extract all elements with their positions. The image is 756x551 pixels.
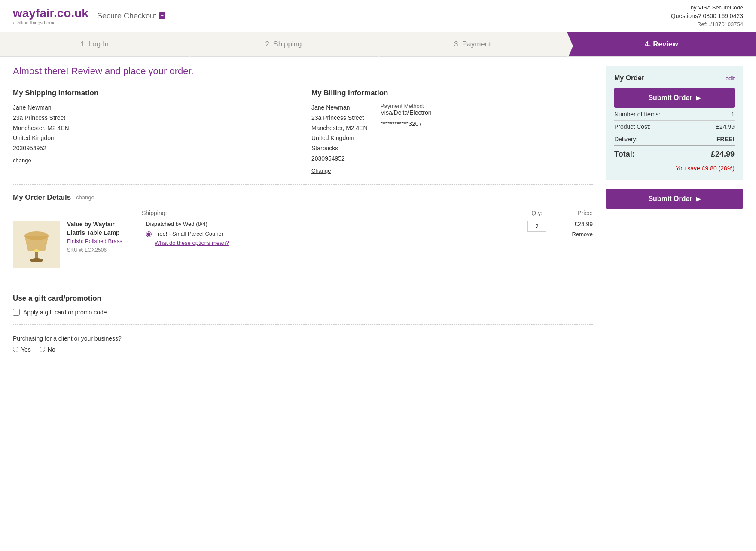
- total-value: £24.99: [711, 150, 735, 159]
- billing-info: My Billing Information Jane Newman 23a P…: [311, 89, 593, 174]
- item-image: [13, 221, 60, 268]
- business-radio-group: Yes No: [13, 346, 593, 353]
- billing-title: My Billing Information: [311, 89, 593, 97]
- billing-change-link[interactable]: Change: [311, 167, 368, 174]
- item-price: £24.99: [574, 221, 593, 228]
- header-right: by VISA SecureCode Questions? 0800 169 0…: [671, 4, 743, 27]
- gift-card-checkbox-row: Apply a gift card or promo code: [13, 309, 593, 316]
- what-options-link[interactable]: What do these options mean?: [155, 240, 515, 246]
- delivery-value: FREE!: [716, 136, 735, 143]
- shipping-change-link[interactable]: change: [13, 157, 294, 164]
- savings-text: You save £9.80 (28%): [614, 165, 735, 172]
- product-cost-label: Product Cost:: [614, 123, 651, 130]
- logo-tagline: a zillion things home: [13, 20, 88, 25]
- step-shipping[interactable]: 2. Shipping: [189, 32, 378, 56]
- order-details-header: My Order Details change: [13, 193, 593, 202]
- secure-icon: +: [159, 12, 165, 19]
- divider-1: [13, 184, 593, 185]
- billing-company: Starbucks: [311, 143, 368, 154]
- total-label: Total:: [614, 150, 635, 159]
- checkout-steps: 1. Log In 2. Shipping 3. Payment 4. Revi…: [0, 32, 756, 57]
- payment-info: Payment Method: Visa/Delta/Electron ****…: [381, 103, 432, 174]
- billing-address: Jane Newman 23a Princess Street Manchest…: [311, 103, 368, 174]
- remove-link[interactable]: Remove: [558, 231, 593, 237]
- shipping-option-label: Free! - Small Parcel Courier: [154, 231, 223, 237]
- step-review[interactable]: 4. Review: [567, 32, 756, 56]
- item-left: Value by Wayfair Liatris Table Lamp Fini…: [13, 221, 142, 268]
- shipping-radio[interactable]: [146, 231, 152, 237]
- gift-card-label: Apply a gift card or promo code: [23, 309, 107, 316]
- gift-card-checkbox[interactable]: [13, 309, 20, 316]
- product-cost-line: Product Cost: £24.99: [614, 120, 735, 133]
- logo-text: wayfair.co.uk: [13, 6, 88, 20]
- product-cost-value: £24.99: [716, 123, 735, 130]
- item-finish: Finish: Polished Brass: [67, 238, 142, 244]
- item-name-line2: Liatris Table Lamp: [67, 229, 142, 236]
- order-ref: Ref: #1870103754: [697, 21, 743, 27]
- order-details-section: My Order Details change Shipping: Qty: P…: [13, 193, 593, 268]
- card-number: ************3207: [381, 120, 432, 127]
- delivery-label: Delivery:: [614, 136, 637, 143]
- business-yes-label[interactable]: Yes: [13, 346, 31, 353]
- billing-address1: 23a Princess Street: [311, 113, 368, 123]
- gift-card-section: Use a gift card/promotion Apply a gift c…: [13, 294, 593, 316]
- submit-order-button-bottom[interactable]: Submit Order ▶: [606, 189, 743, 209]
- dispatch-info: Dispatched by Wed (8/4): [146, 221, 515, 227]
- order-table-header: Shipping: Qty: Price:: [13, 210, 593, 216]
- item-details: Value by Wayfair Liatris Table Lamp Fini…: [67, 221, 142, 253]
- svg-point-1: [34, 249, 39, 253]
- order-details-change-link[interactable]: change: [76, 194, 94, 201]
- item-name-line1: Value by Wayfair: [67, 221, 142, 228]
- info-columns: My Shipping Information Jane Newman 23a …: [13, 89, 593, 174]
- sidebar-box: My Order edit Submit Order ▶ Number of I…: [606, 66, 743, 180]
- billing-phone: 2030954952: [311, 154, 368, 164]
- shipping-country: United Kingdom: [13, 133, 294, 143]
- header-left: wayfair.co.uk a zillion things home Secu…: [13, 6, 165, 25]
- logo: wayfair.co.uk a zillion things home: [13, 6, 88, 25]
- business-yes-radio[interactable]: [13, 347, 18, 352]
- step-login[interactable]: 1. Log In: [0, 32, 189, 56]
- visa-logo: by VISA SecureCode: [691, 4, 743, 11]
- business-section: Purchasing for a client or your business…: [13, 335, 593, 353]
- num-items-value: 1: [731, 111, 735, 118]
- price-col-header: Price:: [558, 210, 593, 216]
- billing-name: Jane Newman: [311, 103, 368, 113]
- svg-point-3: [30, 258, 43, 262]
- billing-country: United Kingdom: [311, 133, 368, 143]
- billing-city: Manchester, M2 4EN: [311, 123, 368, 134]
- qty-col-header: Qty:: [520, 210, 554, 216]
- business-no-label[interactable]: No: [40, 346, 55, 353]
- shipping-title: My Shipping Information: [13, 89, 294, 97]
- hero-text: Almost there! Review and place your orde…: [13, 66, 593, 77]
- num-items-line: Number of Items: 1: [614, 108, 735, 120]
- delivery-line: Delivery: FREE!: [614, 133, 735, 145]
- step-payment[interactable]: 3. Payment: [378, 32, 567, 56]
- item-qty-col: [520, 221, 554, 232]
- billing-row: Jane Newman 23a Princess Street Manchest…: [311, 103, 593, 174]
- divider-2: [13, 281, 593, 281]
- gift-card-title: Use a gift card/promotion: [13, 294, 593, 303]
- finish-value: Polished Brass: [85, 238, 122, 244]
- shipping-name: Jane Newman: [13, 103, 294, 113]
- total-line: Total: £24.99: [614, 145, 735, 163]
- order-details-title: My Order Details: [13, 193, 71, 202]
- item-shipping: Dispatched by Wed (8/4) Free! - Small Pa…: [146, 221, 515, 246]
- item-sku: SKU #: LOX2506: [67, 247, 142, 253]
- divider-3: [13, 324, 593, 325]
- submit-arrow-top: ▶: [696, 94, 701, 101]
- shipping-city: Manchester, M2 4EN: [13, 123, 294, 134]
- shipping-address1: 23a Princess Street: [13, 113, 294, 123]
- site-header: wayfair.co.uk a zillion things home Secu…: [0, 0, 756, 32]
- sidebar-header: My Order edit: [614, 74, 735, 82]
- submit-order-button-top[interactable]: Submit Order ▶: [614, 88, 735, 108]
- payment-method-label: Payment Method:: [381, 103, 432, 109]
- questions-phone: Questions? 0800 169 0423: [671, 12, 743, 19]
- qty-input[interactable]: [527, 221, 546, 232]
- business-label: Purchasing for a client or your business…: [13, 335, 593, 342]
- order-sidebar: My Order edit Submit Order ▶ Number of I…: [606, 66, 743, 353]
- order-edit-link[interactable]: edit: [726, 75, 735, 82]
- business-no-radio[interactable]: [40, 347, 45, 352]
- shipping-phone: 2030954952: [13, 143, 294, 154]
- order-item-row: Value by Wayfair Liatris Table Lamp Fini…: [13, 221, 593, 268]
- shipping-option: Free! - Small Parcel Courier: [146, 231, 515, 237]
